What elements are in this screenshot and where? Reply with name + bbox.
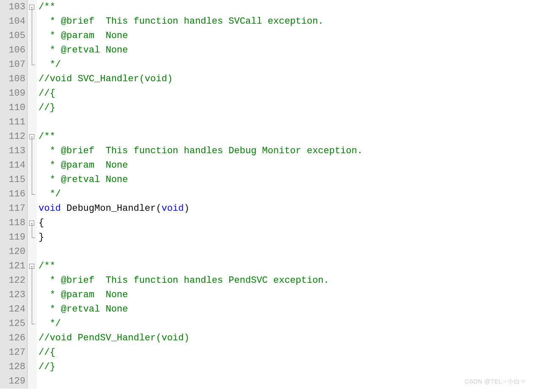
line-number: 123 — [0, 288, 28, 302]
code-content[interactable]: */ — [37, 187, 61, 202]
code-content[interactable]: //void SVC_Handler(void) — [37, 72, 173, 86]
code-content[interactable]: //void PendSV_Handler(void) — [37, 331, 189, 345]
code-content[interactable]: * @retval None — [37, 302, 128, 317]
code-token: //{ — [39, 345, 55, 360]
code-content[interactable]: * @brief This function handles Debug Mon… — [37, 144, 363, 158]
code-line[interactable]: 115 * @retval None — [0, 173, 533, 187]
code-line[interactable]: 114 * @param None — [0, 158, 533, 173]
line-number: 119 — [0, 230, 28, 245]
code-content[interactable]: //{ — [37, 86, 55, 101]
code-line[interactable]: 113 * @brief This function handles Debug… — [0, 144, 533, 158]
code-line[interactable]: 105 * @param None — [0, 29, 533, 43]
code-line[interactable]: 128//} — [0, 360, 533, 374]
watermark-text: CSDN @TEL☞小白☜ — [465, 374, 526, 389]
code-token: //{ — [39, 86, 55, 101]
line-number: 109 — [0, 86, 28, 101]
code-token: /** — [39, 130, 55, 144]
code-content[interactable]: */ — [37, 317, 61, 331]
line-number: 114 — [0, 158, 28, 173]
code-line[interactable]: 116 */ — [0, 187, 533, 202]
code-content[interactable]: void DebugMon_Handler(void) — [37, 202, 189, 216]
code-line[interactable]: 117void DebugMon_Handler(void) — [0, 202, 533, 216]
code-line[interactable]: 122 * @brief This function handles PendS… — [0, 273, 533, 288]
code-line[interactable]: 127//{ — [0, 345, 533, 360]
code-content[interactable] — [37, 374, 39, 389]
fold-gutter — [28, 230, 37, 245]
code-line[interactable]: 106 * @retval None — [0, 43, 533, 58]
code-content[interactable]: /** — [37, 0, 55, 14]
code-content[interactable]: /** — [37, 130, 55, 144]
fold-gutter[interactable]: - — [28, 0, 37, 14]
code-content[interactable]: { — [37, 216, 44, 230]
code-content[interactable]: * @retval None — [37, 43, 128, 58]
fold-gutter[interactable]: - — [28, 216, 37, 230]
line-number: 125 — [0, 317, 28, 331]
code-token: //} — [39, 360, 55, 374]
line-number: 117 — [0, 202, 28, 216]
fold-gutter[interactable]: - — [28, 130, 37, 144]
code-content[interactable]: //} — [37, 360, 55, 374]
code-line[interactable]: 123 * @param None — [0, 288, 533, 302]
code-token: DebugMon_Handler( — [61, 202, 162, 216]
code-line[interactable]: 129 — [0, 374, 533, 389]
fold-gutter — [28, 86, 37, 101]
line-number: 111 — [0, 115, 28, 130]
code-line[interactable]: 118-{ — [0, 216, 533, 230]
code-token: //} — [39, 101, 55, 115]
code-content[interactable]: * @param None — [37, 29, 128, 43]
code-line[interactable]: 108//void SVC_Handler(void) — [0, 72, 533, 86]
code-content[interactable]: /** — [37, 259, 55, 273]
fold-gutter — [28, 72, 37, 86]
line-number: 110 — [0, 101, 28, 115]
line-number: 129 — [0, 374, 28, 389]
code-token: * @retval None — [39, 43, 128, 58]
code-line[interactable]: 112-/** — [0, 130, 533, 144]
code-content[interactable]: * @retval None — [37, 173, 128, 187]
code-line[interactable]: 110//} — [0, 101, 533, 115]
line-number: 120 — [0, 245, 28, 259]
code-token: * @brief This function handles SVCall ex… — [39, 14, 323, 29]
fold-gutter — [28, 202, 37, 216]
line-number: 107 — [0, 58, 28, 72]
code-line[interactable]: 124 * @retval None — [0, 302, 533, 317]
fold-gutter[interactable]: - — [28, 259, 37, 273]
code-content[interactable] — [37, 245, 39, 259]
code-content[interactable]: * @param None — [37, 158, 128, 173]
code-line[interactable]: 109//{ — [0, 86, 533, 101]
code-line[interactable]: 111 — [0, 115, 533, 130]
code-line[interactable]: 103-/** — [0, 0, 533, 14]
code-content[interactable]: * @brief This function handles PendSVC e… — [37, 273, 329, 288]
code-content[interactable]: */ — [37, 58, 61, 72]
code-line[interactable]: 120 — [0, 245, 533, 259]
code-line[interactable]: 121-/** — [0, 259, 533, 273]
code-token: /** — [39, 259, 55, 273]
code-token: * @brief This function handles Debug Mon… — [39, 144, 363, 158]
code-content[interactable] — [37, 115, 39, 130]
code-token: */ — [39, 187, 61, 202]
code-content[interactable]: * @param None — [37, 288, 128, 302]
code-content[interactable]: //} — [37, 101, 55, 115]
code-line[interactable]: 107 */ — [0, 58, 533, 72]
code-content[interactable]: //{ — [37, 345, 55, 360]
code-editor[interactable]: CSDN @TEL☞小白☜ 103-/**104 * @brief This f… — [0, 0, 533, 392]
fold-gutter — [28, 302, 37, 317]
line-number: 121 — [0, 259, 28, 273]
line-number: 103 — [0, 0, 28, 14]
code-token: //void PendSV_Handler(void) — [39, 331, 189, 345]
code-line[interactable]: 119} — [0, 230, 533, 245]
fold-gutter — [28, 43, 37, 58]
code-token: { — [39, 216, 44, 230]
fold-gutter — [28, 245, 37, 259]
code-token: void — [39, 202, 61, 216]
line-number: 115 — [0, 173, 28, 187]
code-token: //void SVC_Handler(void) — [39, 72, 173, 86]
code-line[interactable]: 104 * @brief This function handles SVCal… — [0, 14, 533, 29]
code-line[interactable]: 125 */ — [0, 317, 533, 331]
fold-gutter — [28, 173, 37, 187]
fold-gutter — [28, 115, 37, 130]
code-content[interactable]: * @brief This function handles SVCall ex… — [37, 14, 323, 29]
line-number: 105 — [0, 29, 28, 43]
code-token: /** — [39, 0, 55, 14]
code-content[interactable]: } — [37, 230, 44, 245]
code-line[interactable]: 126//void PendSV_Handler(void) — [0, 331, 533, 345]
